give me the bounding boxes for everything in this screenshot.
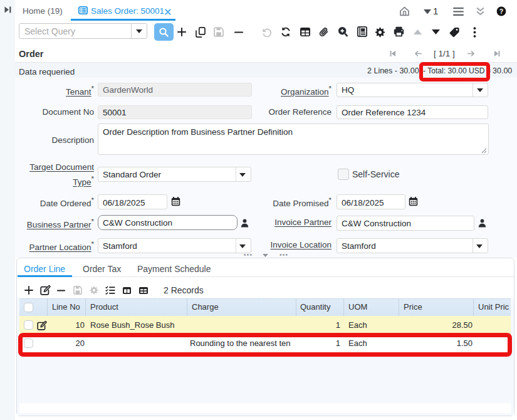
svg-text:?: ? bbox=[499, 8, 503, 15]
